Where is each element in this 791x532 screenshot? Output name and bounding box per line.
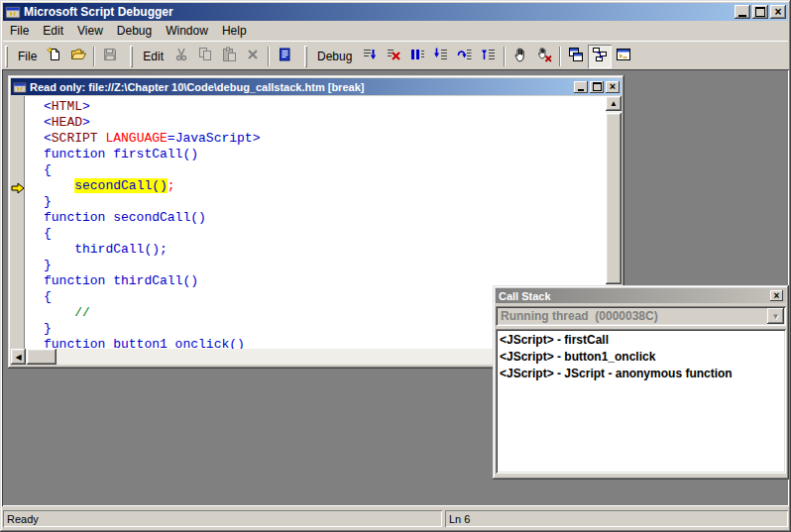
thread-selector-value: Running thread (0000038C)	[496, 309, 767, 323]
mdi-area: Read only: file://Z:\Chapter 10\Code\deb…	[2, 69, 789, 506]
toolbar-menu-edit[interactable]: Edit	[137, 48, 170, 65]
new-document-icon	[47, 47, 62, 65]
toolbar-group-edit: Edit	[128, 44, 296, 69]
toolbar-separator	[559, 47, 561, 66]
close-button[interactable]: ×	[770, 5, 786, 19]
call-stack-close-button[interactable]: ×	[770, 290, 783, 301]
close-icon: ×	[610, 82, 616, 91]
status-bar: Ready Ln 6	[2, 506, 789, 530]
run-button[interactable]	[358, 45, 382, 68]
arrow-left-icon: ◀	[15, 353, 21, 362]
open-button[interactable]	[66, 45, 90, 68]
step-out-icon	[481, 47, 497, 65]
document-title: Read only: file://Z:\Chapter 10\Code\deb…	[30, 81, 572, 93]
scroll-up-button[interactable]: ▲	[606, 96, 622, 111]
call-stack-frame[interactable]: <JScript> - JScript - anonymous function	[500, 366, 782, 382]
window-titlebar[interactable]: Microsoft Script Debugger ×	[3, 3, 788, 21]
running-documents-icon	[568, 47, 584, 65]
new-document-button[interactable]	[43, 45, 66, 68]
menu-item-debug[interactable]: Debug	[110, 23, 159, 39]
close-icon: ×	[774, 7, 781, 17]
toolbar-grip[interactable]	[130, 46, 133, 67]
copy-icon	[197, 47, 213, 65]
stop-debugging-icon	[386, 47, 401, 65]
maximize-icon	[593, 82, 602, 91]
save-button[interactable]	[98, 45, 122, 68]
clear-breakpoints-button[interactable]	[532, 45, 556, 68]
menu-item-help[interactable]: Help	[215, 23, 254, 39]
toolbar-separator	[268, 47, 270, 66]
command-window-icon	[616, 47, 631, 65]
call-stack-window: Call Stack × Running thread (0000038C) ▼…	[493, 285, 789, 479]
view-source-button[interactable]	[273, 45, 296, 68]
vertical-scrollbar-thumb[interactable]	[606, 113, 622, 284]
thread-selector[interactable]: Running thread (0000038C) ▼	[496, 306, 786, 326]
menu-item-file[interactable]: File	[3, 23, 36, 39]
view-source-icon	[277, 47, 292, 65]
document-icon	[13, 80, 27, 94]
horizontal-scrollbar-thumb[interactable]	[27, 349, 56, 365]
toolbar-separator	[93, 47, 95, 66]
thread-selector-dropdown-button[interactable]: ▼	[767, 308, 784, 324]
break-icon	[409, 47, 425, 65]
call-stack-list: <JScript> - firstCall<JScript> - button1…	[496, 329, 786, 474]
step-over-button[interactable]	[453, 45, 477, 68]
toggle-breakpoint-button[interactable]	[508, 45, 532, 68]
code-line-7: }	[44, 194, 606, 210]
step-out-button[interactable]	[477, 45, 501, 68]
delete-icon	[245, 47, 261, 65]
breakpoint-margin[interactable]	[11, 96, 26, 349]
document-minimize-button[interactable]	[574, 81, 588, 93]
toolbar-group-file: File	[3, 44, 122, 69]
toolbar-grip[interactable]	[304, 46, 307, 67]
menu-item-edit[interactable]: Edit	[36, 23, 70, 39]
copy-button[interactable]	[193, 45, 217, 68]
close-icon: ×	[774, 291, 780, 300]
app-icon	[5, 4, 21, 20]
paste-icon	[221, 47, 237, 65]
delete-button[interactable]	[241, 45, 265, 68]
run-icon	[362, 47, 378, 65]
scroll-left-button[interactable]: ◀	[11, 349, 26, 365]
call-stack-title: Call Stack	[499, 290, 770, 302]
command-window-button[interactable]	[612, 45, 635, 68]
maximize-icon	[755, 7, 765, 17]
minimize-icon	[738, 15, 746, 17]
toolbar-menu-debug[interactable]: Debug	[311, 48, 358, 65]
call-stack-button[interactable]	[588, 45, 612, 68]
code-line-1: <HTML>	[44, 99, 606, 115]
code-line-9: {	[44, 226, 606, 242]
call-stack-frame[interactable]: <JScript> - button1_onclick	[500, 349, 782, 366]
call-stack-titlebar[interactable]: Call Stack ×	[496, 288, 786, 303]
document-titlebar[interactable]: Read only: file://Z:\Chapter 10\Code\deb…	[11, 78, 622, 95]
menu-bar: FileEditViewDebugWindowHelp	[3, 22, 788, 40]
toolbar-menu-file[interactable]: File	[12, 48, 43, 65]
line-indicator-panel: Ln 6	[445, 510, 788, 527]
running-documents-button[interactable]	[564, 45, 588, 68]
maximize-button[interactable]	[752, 5, 768, 19]
step-into-icon	[433, 47, 449, 65]
code-line-8: function secondCall()	[44, 210, 606, 226]
code-line-3: <SCRIPT LANGUAGE=JavaScript>	[44, 131, 606, 147]
document-close-button[interactable]: ×	[606, 81, 620, 93]
document-maximize-button[interactable]	[590, 81, 604, 93]
paste-button[interactable]	[217, 45, 241, 68]
toolbar-separator	[504, 47, 506, 66]
minimize-button[interactable]	[734, 5, 750, 19]
clear-breakpoints-icon	[536, 47, 552, 65]
window-title: Microsoft Script Debugger	[24, 5, 734, 19]
call-stack-frame[interactable]: <JScript> - firstCall	[500, 332, 782, 349]
menu-item-view[interactable]: View	[70, 23, 110, 39]
step-into-button[interactable]	[429, 45, 453, 68]
code-line-5: {	[44, 162, 606, 178]
step-over-icon	[457, 47, 473, 65]
open-icon	[70, 47, 86, 65]
stop-debugging-button[interactable]	[382, 45, 405, 68]
code-line-6: secondCall();	[44, 178, 606, 194]
line-indicator: Ln 6	[449, 513, 470, 525]
toolbar-grip[interactable]	[5, 46, 8, 67]
arrow-up-icon: ▲	[610, 99, 618, 108]
menu-item-window[interactable]: Window	[159, 23, 215, 39]
cut-button[interactable]	[170, 45, 193, 68]
break-button[interactable]	[405, 45, 429, 68]
